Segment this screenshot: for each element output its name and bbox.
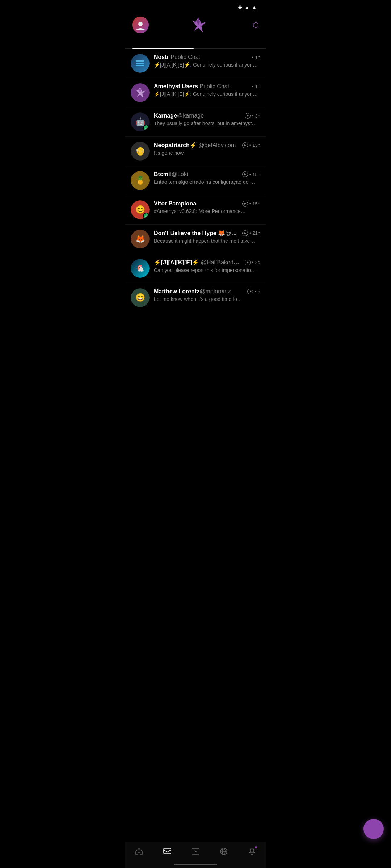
- chat-preview: Because it might happen that the melt ta…: [154, 238, 260, 244]
- signal-icon: ▲: [252, 4, 257, 10]
- chat-item-neopatriarch[interactable]: 👴 Neopatriarch⚡ @getAlby.com •13h It's g…: [125, 137, 266, 166]
- chat-avatar: 🍍: [131, 171, 150, 190]
- chat-time: •1h: [252, 55, 260, 60]
- chat-avatar: [131, 54, 150, 73]
- chat-avatar: [131, 83, 150, 102]
- chat-item-vitor[interactable]: 😊 ✓ Vitor Pamplona •15h #Amethyst v0.62.…: [125, 195, 266, 225]
- tab-new-requests[interactable]: [194, 40, 255, 48]
- chat-time: •15h: [242, 201, 260, 207]
- chat-item-karnage[interactable]: 🤖 ✓ Karnage@karnage •3h They usually go …: [125, 107, 266, 137]
- svg-rect-3: [136, 65, 144, 66]
- play-icon: [245, 260, 251, 265]
- chat-time: •13h: [242, 142, 260, 148]
- chat-name: Matthew Lorentz@mplorentz: [154, 288, 244, 295]
- chat-time: •1h: [252, 84, 260, 89]
- status-bar: ⊕ ▲ ▲: [125, 0, 266, 13]
- chat-content: Matthew Lorentz@mplorentz •d Let me know…: [154, 288, 260, 302]
- chat-content: Amethyst Users Public Chat •1h ⚡[J][A][K…: [154, 83, 260, 97]
- chat-item-amethyst-public[interactable]: Amethyst Users Public Chat •1h ⚡[J][A][K…: [125, 78, 266, 107]
- chat-content: Karnage@karnage •3h They usually go afte…: [154, 112, 260, 126]
- chat-name: Btcmil@Loki: [154, 171, 239, 178]
- chat-time: •15h: [242, 171, 260, 177]
- chat-avatar: 😄: [131, 288, 150, 307]
- chat-content: Nostr Public Chat •1h ⚡[J][A][K][E]⚡: Ge…: [154, 54, 260, 68]
- chat-item-fox[interactable]: 🦊 Don't Believe the Hype 🦊@dontb… •21h B…: [125, 225, 266, 254]
- svg-rect-1: [136, 60, 144, 62]
- chat-avatar: 😊 ✓: [131, 200, 150, 219]
- chat-content: Vitor Pamplona •15h #Amethyst v0.62.8: M…: [154, 200, 260, 214]
- chat-avatar: 👴: [131, 142, 150, 161]
- chat-header-row: Amethyst Users Public Chat •1h: [154, 83, 260, 90]
- chat-preview: Can you please report this for impersona…: [154, 267, 260, 273]
- chat-avatar: 🦊: [131, 230, 150, 248]
- header-right: ⬡: [248, 21, 259, 29]
- play-icon: [242, 230, 248, 236]
- chat-preview: #Amethyst v0.62.8: More Performance…: [154, 208, 260, 214]
- chat-name: Nostr Public Chat: [154, 54, 249, 60]
- play-icon: [245, 113, 251, 119]
- chat-header-row: Btcmil@Loki •15h: [154, 171, 260, 178]
- chat-content: Neopatriarch⚡ @getAlby.com •13h It's gon…: [154, 142, 260, 156]
- chat-time: •2d: [245, 260, 260, 265]
- chat-time: •3h: [245, 113, 260, 119]
- chat-preview: They usually go after hosts, but in amet…: [154, 120, 260, 126]
- chat-content: ⚡[J][A][K][E]⚡ @HalfBakedKing •2d Can yo…: [154, 259, 260, 273]
- chat-header-row: Vitor Pamplona •15h: [154, 200, 260, 207]
- network-icon[interactable]: ⬡: [253, 21, 259, 29]
- chat-header-row: Neopatriarch⚡ @getAlby.com •13h: [154, 142, 260, 149]
- play-icon: [242, 171, 248, 177]
- chat-name: Amethyst Users Public Chat: [154, 83, 249, 90]
- chat-header-row: Don't Believe the Hype 🦊@dontb… •21h: [154, 230, 260, 237]
- chat-name: Vitor Pamplona: [154, 200, 239, 207]
- chat-item-matthew[interactable]: 😄 Matthew Lorentz@mplorentz •d Let me kn…: [125, 283, 266, 312]
- chat-preview: It's gone now.: [154, 150, 260, 156]
- chat-name: Neopatriarch⚡ @getAlby.com: [154, 142, 239, 149]
- chat-header-row: Matthew Lorentz@mplorentz •d: [154, 288, 260, 295]
- chat-content: Btcmil@Loki •15h Então tem algo errado n…: [154, 171, 260, 185]
- chat-preview: Então tem algo errado na configuração do…: [154, 179, 260, 185]
- chat-header-row: ⚡[J][A][K][E]⚡ @HalfBakedKing •2d: [154, 259, 260, 266]
- play-icon: [242, 142, 248, 148]
- chat-item-btcmil[interactable]: 🍍 Btcmil@Loki •15h Então tem algo errado…: [125, 166, 266, 195]
- chat-content: Don't Believe the Hype 🦊@dontb… •21h Bec…: [154, 230, 260, 244]
- chat-item-jake2[interactable]: 🐔 ⚡[J][A][K][E]⚡ @HalfBakedKing •2d Can …: [125, 254, 266, 283]
- wifi-icon: ▲: [244, 4, 249, 10]
- chat-avatar: 🤖 ✓: [131, 112, 150, 131]
- chat-avatar: 🐔: [131, 259, 150, 278]
- chat-time: •21h: [242, 230, 260, 236]
- play-icon: [242, 201, 248, 207]
- chat-preview: Let me know when it's a good time fo…: [154, 296, 260, 302]
- chat-header-row: Karnage@karnage •3h: [154, 112, 260, 119]
- verified-badge: ✓: [143, 125, 150, 131]
- chat-preview: ⚡[J][A][K][E]⚡: Genuinely curious if any…: [154, 91, 260, 97]
- chat-item-nostr-public[interactable]: Nostr Public Chat •1h ⚡[J][A][K][E]⚡: Ge…: [125, 49, 266, 78]
- chat-name: Karnage@karnage: [154, 112, 242, 119]
- chat-name: Don't Believe the Hype 🦊@dontb…: [154, 230, 239, 237]
- chat-preview: ⚡[J][A][K][E]⚡: Genuinely curious if any…: [154, 62, 260, 68]
- header: ⬡: [125, 13, 266, 40]
- chat-list: Nostr Public Chat •1h ⚡[J][A][K][E]⚡: Ge…: [125, 49, 266, 312]
- chat-name: ⚡[J][A][K][E]⚡ @HalfBakedKing: [154, 259, 242, 266]
- verified-badge: ✓: [143, 213, 150, 219]
- svg-point-0: [138, 22, 143, 26]
- status-icons: ⊕ ▲ ▲: [238, 4, 259, 10]
- chat-header-row: Nostr Public Chat •1h: [154, 54, 260, 60]
- tabs-container: [125, 40, 266, 49]
- tab-known[interactable]: [132, 40, 194, 48]
- svg-rect-2: [136, 63, 144, 64]
- play-icon: [247, 289, 253, 294]
- user-avatar[interactable]: [132, 17, 149, 33]
- chat-time: •d: [247, 289, 260, 294]
- app-logo: [189, 16, 207, 34]
- bluetooth-icon: ⊕: [238, 4, 242, 10]
